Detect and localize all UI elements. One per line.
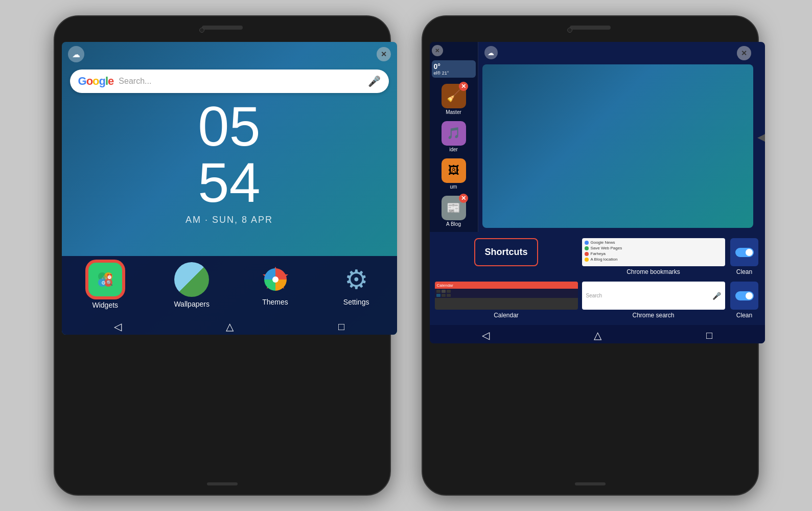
right-close-icon[interactable]: ✕ (737, 46, 751, 60)
toggle-thumb-2 (746, 292, 753, 299)
google-search-bar[interactable]: Google Search... 🎤 (70, 69, 389, 93)
settings-label: Settings (343, 298, 369, 306)
dock-item-wallpapers[interactable]: Wallpapers (174, 262, 210, 308)
themes-label: Themes (262, 298, 288, 306)
drawer-close-icon[interactable]: ✕ (432, 45, 443, 56)
chrome-bookmarks-preview: Google News Save Web Pages Farheya (582, 238, 725, 266)
right-main-content (482, 64, 753, 228)
blog-label: A Blog (446, 221, 461, 227)
right-cloud-icon[interactable]: ☁ (484, 46, 498, 59)
chrome-search-placeholder: Search (586, 293, 710, 298)
clock-date: AM · SUN, 8 APR (185, 215, 273, 225)
toggle-widget-2[interactable] (730, 282, 758, 310)
top-bar: ☁ ✕ (62, 42, 397, 66)
wallpaper-icon (174, 262, 209, 297)
music-icon: 🎵 (442, 121, 466, 146)
calendar-widget: Calendar (435, 282, 578, 319)
album-label: um (450, 184, 457, 190)
app-item-master[interactable]: ✕ 🧹 Master (432, 82, 476, 117)
master-icon: ✕ 🧹 (442, 84, 466, 108)
recents-button[interactable]: □ (338, 321, 344, 333)
remove-badge[interactable]: ✕ (459, 82, 468, 91)
app-item-blog[interactable]: ✕ 📰 A Blog (432, 194, 476, 229)
toggle-thumb-1 (746, 249, 753, 256)
home-button[interactable]: △ (226, 320, 234, 333)
svg-text:🔍: 🔍 (106, 280, 113, 286)
app-drawer-panel: ✕ 0° el® 21° ✕ 🧹 Master 🎵 i (430, 42, 478, 232)
chrome-bookmarks-widget: Google News Save Web Pages Farheya (582, 238, 725, 275)
widgets-label: Widgets (92, 301, 119, 309)
dock-item-themes[interactable]: Themes (260, 264, 291, 306)
bookmark-text-4: A Blog location (591, 257, 618, 262)
left-phone: ☁ ✕ Google Search... 🎤 05 54 AM · SUN, 8… (54, 15, 391, 496)
right-home-button[interactable]: △ (594, 329, 601, 341)
close-icon[interactable]: ✕ (377, 47, 391, 61)
bookmark-dot-1 (585, 241, 589, 245)
chrome-search-label: Chrome search (632, 312, 674, 319)
chrome-search-preview: Search 🎤 (582, 282, 725, 310)
drawer-top-bar: ✕ (432, 45, 476, 56)
dock-item-settings[interactable]: ⚙ Settings (341, 264, 372, 306)
shortcuts-button[interactable]: Shortcuts (474, 238, 538, 266)
bookmark-dot-2 (585, 246, 589, 250)
blog-remove-badge[interactable]: ✕ (459, 194, 468, 203)
chrome-search-widget: Search 🎤 Chrome search (582, 282, 725, 319)
chrome-mic-icon: 🎤 (712, 292, 721, 300)
bookmark-text-2: Save Web Pages (591, 246, 622, 250)
camera (199, 28, 204, 33)
right-screen: ✕ 0° el® 21° ✕ 🧹 Master 🎵 i (430, 42, 765, 343)
app-item-album[interactable]: 🖼 um (432, 156, 476, 192)
right-camera (567, 28, 572, 33)
clean-widget-2: Clean (729, 282, 760, 319)
settings-icon: ⚙ (341, 264, 372, 295)
clean-label-1: Clean (736, 268, 752, 275)
right-screen-top: ☁ ✕ (478, 42, 757, 64)
right-nav-bar: ◁ △ □ (430, 325, 765, 343)
svg-text:⚙: ⚙ (101, 280, 106, 286)
music-label: ider (449, 147, 458, 152)
search-placeholder: Search... (119, 77, 362, 86)
mic-icon[interactable]: 🎤 (368, 75, 381, 87)
master-label: Master (446, 109, 461, 115)
chrome-bookmarks-label: Chrome bookmarks (627, 268, 680, 275)
toggle-track-1 (735, 248, 754, 257)
right-recents-button[interactable]: □ (706, 330, 712, 341)
right-top-area: ✕ 0° el® 21° ✕ 🧹 Master 🎵 i (430, 42, 765, 232)
clock-minute: 54 (198, 154, 260, 211)
svg-text:⏰: ⏰ (106, 273, 113, 280)
arrow-indicator: ◀ (757, 42, 765, 232)
clean-widget-1: Clean (729, 238, 760, 275)
cloud-icon[interactable]: ☁ (68, 46, 84, 62)
back-button[interactable]: ◁ (114, 320, 122, 333)
widget-row-2: Calendar (435, 282, 760, 319)
bookmark-dot-3 (585, 252, 589, 256)
calendar-preview: Calendar (435, 282, 578, 310)
svg-point-10 (272, 276, 279, 283)
clean-label-2: Clean (736, 312, 752, 319)
widgets-icon: 🚲 ⏰ ⚙ 🔍 (87, 261, 124, 298)
bookmark-dot-4 (585, 258, 589, 262)
themes-icon (260, 264, 291, 295)
bookmark-line-2: Save Web Pages (585, 246, 723, 250)
bottom-widget-area: Shortcuts Google News Save Web Pages (430, 232, 765, 325)
nav-bar: ◁ △ □ (62, 316, 397, 335)
right-back-button[interactable]: ◁ (482, 329, 490, 341)
dock-item-widgets[interactable]: 🚲 ⏰ ⚙ 🔍 Widgets (87, 261, 124, 309)
left-screen: ☁ ✕ Google Search... 🎤 05 54 AM · SUN, 8… (62, 42, 397, 335)
blog-icon: ✕ 📰 (442, 196, 466, 220)
toggle-track-2 (735, 291, 754, 300)
app-item-music[interactable]: 🎵 ider (432, 119, 476, 154)
clock-display: 05 54 AM · SUN, 8 APR (62, 98, 397, 256)
bookmark-text-1: Google News (591, 240, 615, 245)
bookmark-text-3: Farheya (591, 251, 606, 256)
shortcuts-widget: Shortcuts (435, 238, 578, 266)
google-logo: Google (78, 75, 114, 88)
right-phone: ✕ 0° el® 21° ✕ 🧹 Master 🎵 i (422, 15, 759, 496)
weather-widget: 0° el® 21° (432, 60, 476, 78)
toggle-widget-1[interactable] (730, 238, 758, 266)
bookmark-line-1: Google News (585, 240, 723, 245)
dock-icons: 🚲 ⏰ ⚙ 🔍 Widgets Wallpapers (62, 261, 397, 309)
calendar-label: Calendar (494, 312, 519, 319)
clock-hour: 05 (198, 98, 260, 154)
bottom-dock: 🚲 ⏰ ⚙ 🔍 Widgets Wallpapers (62, 256, 397, 316)
